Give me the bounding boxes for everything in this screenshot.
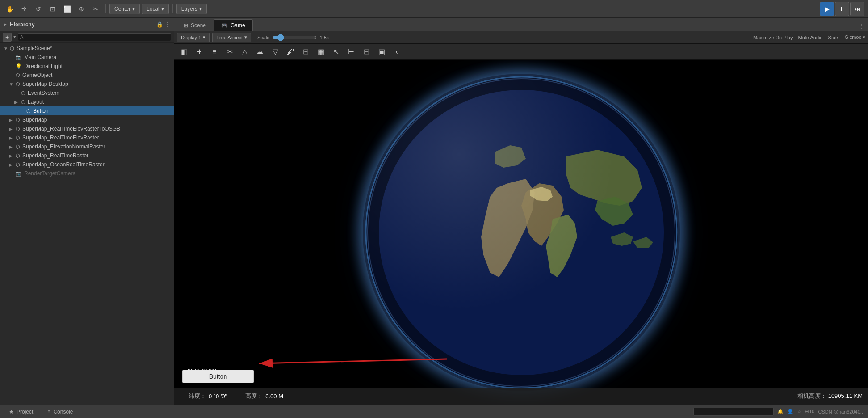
tabs-more-icon[interactable]: ⋮ xyxy=(857,21,866,31)
mute-audio-button[interactable]: Mute Audio xyxy=(798,35,823,40)
play-button[interactable]: ▶ xyxy=(820,2,834,16)
frame-icon[interactable]: ⊟ xyxy=(360,46,373,58)
game-toolbar: Display 1 ▾ Free Aspect ▾ Scale 1.5x Max… xyxy=(174,31,868,44)
scene-header-row: SampleScene* ⋮ xyxy=(17,45,174,52)
viewport[interactable]: 3648.43 KM ⌐ ⌐ Button xyxy=(174,60,868,405)
realtime-raster-arrow: ▶ xyxy=(9,153,14,158)
scale-slider[interactable] xyxy=(272,34,317,41)
top-toolbar: ✋ ✛ ↺ ⊡ ⬜ ⊕ ✂ Center ▾ Local ▾ Layers ▾ … xyxy=(0,0,868,18)
tree-item-rendertarget[interactable]: 📷 RenderTargetCamera xyxy=(0,169,174,178)
add-object-icon[interactable]: + xyxy=(193,46,205,58)
supermap-arrow: ▶ xyxy=(9,118,14,122)
cursor-select-icon[interactable]: ↖ xyxy=(330,46,342,58)
layers-tool-icon[interactable]: ◧ xyxy=(178,46,190,58)
tree-item-ocean[interactable]: ▶ ⬡ SuperMap_OceanRealTimeRaster xyxy=(0,160,174,169)
back-arrow-icon[interactable]: ‹ xyxy=(390,46,403,58)
main-layout: ▶ Hierarchy 🔒 ⋮ + ▾ ▼ ⬡ SampleScene* ⋮ xyxy=(0,18,868,405)
ocean-icon: ⬡ xyxy=(16,162,20,168)
hierarchy-add-button[interactable]: + xyxy=(3,33,12,42)
tree-item-button[interactable]: ⬡ Button xyxy=(0,106,174,115)
tree-item-realtime-osgb[interactable]: ▶ ⬡ SuperMap_RealTimeElevRasterToOSGB xyxy=(0,124,174,133)
console-icon: ≡ xyxy=(47,409,50,415)
grid-tool-icon[interactable]: ▦ xyxy=(314,46,327,58)
project-tab[interactable]: ★ Project xyxy=(4,406,38,417)
tab-scene[interactable]: ⊞ Scene xyxy=(176,19,214,31)
tree-item-layout[interactable]: ▶ ⬡ Layout xyxy=(0,97,174,106)
move-tool[interactable]: ✛ xyxy=(18,3,30,15)
game-button-label: Button xyxy=(209,373,227,380)
bottom-star-icon[interactable]: ☆ xyxy=(797,409,801,414)
game-button-overlay[interactable]: Button xyxy=(182,370,254,383)
tree-item-main-camera[interactable]: 📷 Main Camera xyxy=(0,53,174,62)
altitude-value: 0.00 M xyxy=(265,393,283,400)
aspect-label: Free Aspect xyxy=(216,35,243,40)
stats-button[interactable]: Stats xyxy=(828,35,839,40)
hierarchy-search-input[interactable] xyxy=(18,33,171,41)
layout-icon: ⬡ xyxy=(21,99,25,105)
directional-light-label: Directional Light xyxy=(24,63,63,69)
tree-item-gameobject[interactable]: ⬡ GameObject xyxy=(0,71,174,80)
brush-tool-icon[interactable]: 🖌 xyxy=(284,46,297,58)
tree-item-realtime-elev[interactable]: ▶ ⬡ SuperMap_RealTimeElevRaster xyxy=(0,133,174,142)
layers-label: Layers xyxy=(181,6,197,12)
eventsystem-icon: ⬡ xyxy=(21,90,25,96)
gizmos-button[interactable]: Gizmos ▾ xyxy=(845,34,865,40)
scale-tool[interactable]: ⊡ xyxy=(46,3,59,15)
tree-item-supermap[interactable]: ▶ ⬡ SuperMap xyxy=(0,115,174,124)
scene-root-item[interactable]: ▼ ⬡ SampleScene* ⋮ xyxy=(0,44,174,53)
hierarchy-add-dropdown[interactable]: ▾ xyxy=(13,34,16,40)
console-tab[interactable]: ≡ Console xyxy=(42,406,78,417)
step-button[interactable]: ⏭ xyxy=(850,2,864,16)
viewport-status: 纬度： 0 °0 '0" 高度： 0.00 M 相机高度： 10905.11 K… xyxy=(174,388,868,405)
realtime-elev-icon: ⬡ xyxy=(16,135,20,141)
layers-button[interactable]: Layers ▾ xyxy=(176,4,207,14)
tree-item-supermap-desktop[interactable]: ▼ ⬡ SuperMap Desktop xyxy=(0,80,174,89)
maximize-on-play-button[interactable]: Maximize On Play xyxy=(753,35,793,40)
hierarchy-lock-icon[interactable]: 🔒 xyxy=(156,21,163,28)
tree-item-directional-light[interactable]: 💡 Directional Light xyxy=(0,62,174,71)
realtime-raster-label: SuperMap_RealTimeRaster xyxy=(22,152,88,159)
console-tab-label: Console xyxy=(53,409,73,415)
rotate-tool[interactable]: ↺ xyxy=(32,3,45,15)
custom-editor-tool[interactable]: ✂ xyxy=(89,3,102,15)
eventsystem-label: EventSystem xyxy=(28,90,59,96)
display-button[interactable]: Display 1 ▾ xyxy=(177,33,210,42)
hierarchy-menu-icon[interactable]: ⋮ xyxy=(165,21,170,28)
rendertarget-label: RenderTargetCamera xyxy=(24,170,75,177)
scene-context-menu[interactable]: ⋮ xyxy=(165,45,171,52)
terrain-mountain-icon[interactable]: △ xyxy=(239,46,251,58)
video-icon[interactable]: ▣ xyxy=(375,46,388,58)
terrain-detailed-icon[interactable]: ⛰ xyxy=(254,46,266,58)
tree-item-realtime-raster[interactable]: ▶ ⬡ SuperMap_RealTimeRaster xyxy=(0,151,174,160)
mesh-tool-icon[interactable]: ⊞ xyxy=(299,46,312,58)
rect-tool[interactable]: ⬜ xyxy=(61,3,73,15)
bottom-right-area: 🔔 👤 ☆ ⊕10 CSDN @nan62040... xyxy=(693,408,864,416)
realtime-osgb-label: SuperMap_RealTimeElevRasterToOSGB xyxy=(22,126,120,132)
ruler-tool-icon[interactable]: ⊢ xyxy=(345,46,357,58)
bottom-search-input[interactable] xyxy=(693,408,774,416)
tab-game[interactable]: 🎮 Game xyxy=(214,19,253,31)
directional-light-icon: 💡 xyxy=(16,63,22,69)
transform-tool[interactable]: ⊕ xyxy=(75,3,88,15)
gameobject-icon: ⬡ xyxy=(16,72,20,78)
bottom-notification-icon[interactable]: 🔔 xyxy=(777,409,784,414)
triangle-down-icon[interactable]: ▽ xyxy=(269,46,281,58)
main-camera-label: Main Camera xyxy=(24,54,56,60)
scissors-tool-icon[interactable]: ✂ xyxy=(223,46,236,58)
aspect-button[interactable]: Free Aspect ▾ xyxy=(212,33,251,42)
scene-area: ⊞ Scene 🎮 Game ⋮ Display 1 ▾ Free Aspect… xyxy=(174,18,868,405)
hand-tool[interactable]: ✋ xyxy=(4,3,16,15)
tree-item-elevation[interactable]: ▶ ⬡ SuperMap_ElevationNormalRaster xyxy=(0,142,174,151)
pause-button[interactable]: ⏸ xyxy=(835,2,849,16)
space-local-button[interactable]: Local ▾ xyxy=(142,4,169,14)
list-view-icon[interactable]: ≡ xyxy=(208,46,221,58)
tree-item-eventsystem[interactable]: ⬡ EventSystem xyxy=(0,89,174,97)
bottom-user-icon[interactable]: 👤 xyxy=(787,409,793,414)
scene-tab-icon: ⊞ xyxy=(184,22,188,29)
aspect-dropdown-icon: ▾ xyxy=(244,34,247,40)
realtime-elev-label: SuperMap_RealTimeElevRaster xyxy=(22,135,99,141)
pivot-center-button[interactable]: Center ▾ xyxy=(109,4,140,14)
latitude-label: 纬度： xyxy=(189,392,206,400)
realtime-osgb-icon: ⬡ xyxy=(16,126,20,132)
hierarchy-tree: ▼ ⬡ SampleScene* ⋮ 📷 Main Camera 💡 Direc… xyxy=(0,43,174,405)
